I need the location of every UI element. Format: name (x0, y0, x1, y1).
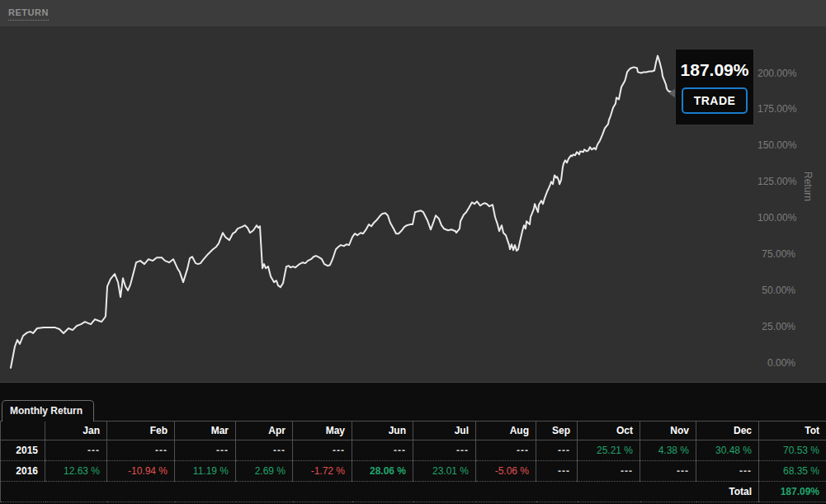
column-header-feb: Feb (107, 422, 175, 440)
return-cell: -10.94 % (107, 461, 175, 482)
return-cell: --- (696, 461, 759, 482)
return-cell: 12.63 % (45, 461, 107, 482)
return-cell: -1.72 % (293, 461, 352, 482)
trading-backtest-window: RETURN 200.00%175.00%150.00%125.00%100.0… (0, 0, 826, 504)
return-section-toggle[interactable]: RETURN (8, 7, 49, 21)
y-axis-tick-label: 100.00% (758, 212, 795, 224)
chart-tooltip: 187.09% TRADE (675, 49, 754, 125)
year-cell: 2016 (1, 461, 45, 482)
return-cell: --- (476, 440, 536, 461)
return-cell: --- (293, 440, 352, 461)
return-cell: 68.35 % (759, 461, 826, 482)
column-header-sep: Sep (536, 422, 578, 440)
total-label-cell: Total (1, 482, 759, 502)
column-header-year (1, 422, 45, 440)
y-axis-title: Return (802, 172, 814, 229)
return-cell: -5.06 % (476, 461, 536, 482)
return-cell: --- (536, 461, 578, 482)
return-cell: --- (236, 440, 293, 461)
y-axis-tick-label: 75.00% (758, 248, 795, 260)
y-axis-tick-label: 0.00% (758, 357, 795, 369)
column-header-mar: Mar (175, 422, 236, 440)
column-header-jan: Jan (45, 422, 107, 440)
return-cell: --- (640, 461, 696, 482)
column-header-aug: Aug (476, 422, 536, 440)
return-cell: --- (352, 440, 413, 461)
return-cell: 25.21 % (578, 440, 640, 461)
return-cell: 30.48 % (696, 440, 759, 461)
monthly-return-table: JanFebMarAprMayJunJulAugSepOctNovDecTot … (0, 421, 826, 502)
return-line-series (11, 56, 671, 368)
return-cell: --- (536, 440, 578, 461)
column-header-tot: Tot (759, 422, 826, 440)
total-row: Total187.09% (1, 482, 826, 502)
y-axis-tick-label: 175.00% (758, 103, 795, 115)
monthly-return-row: 201612.63 %-10.94 %11.19 %2.69 %-1.72 %2… (1, 461, 826, 482)
tab-monthly-return[interactable]: Monthly Return (2, 400, 94, 422)
column-header-nov: Nov (640, 422, 696, 440)
monthly-return-row: 2015---------------------------25.21 %4.… (1, 440, 826, 461)
tooltip-return-value: 187.09% (676, 60, 753, 80)
return-cell: --- (578, 461, 640, 482)
return-cell: 28.06 % (352, 461, 413, 482)
column-header-apr: Apr (236, 422, 293, 440)
column-header-may: May (293, 422, 352, 440)
total-value-cell: 187.09% (759, 482, 826, 502)
return-cell: 70.53 % (759, 440, 826, 461)
y-axis-tick-label: 200.00% (758, 68, 795, 79)
y-axis-tick-label: 50.00% (758, 285, 795, 296)
column-header-jul: Jul (413, 422, 476, 440)
y-axis-tick-label: 150.00% (758, 139, 795, 151)
column-header-oct: Oct (578, 422, 640, 440)
year-cell: 2015 (1, 440, 45, 461)
y-axis-tick-label: 25.00% (758, 321, 795, 332)
column-header-dec: Dec (696, 422, 759, 440)
column-header-jun: Jun (352, 422, 413, 440)
return-cell: 4.38 % (640, 440, 696, 461)
y-axis-tick-label: 125.00% (758, 176, 795, 187)
return-cell: 11.19 % (175, 461, 236, 482)
section-header-bar: RETURN (0, 0, 826, 26)
return-cell: --- (175, 440, 236, 461)
return-cell: 23.01 % (413, 461, 476, 482)
return-cell: 2.69 % (236, 461, 293, 482)
table-header-row: JanFebMarAprMayJunJulAugSepOctNovDecTot (1, 422, 826, 440)
return-cell: --- (45, 440, 107, 461)
return-cell: --- (107, 440, 175, 461)
trade-button[interactable]: TRADE (682, 87, 748, 114)
return-chart-panel: 200.00%175.00%150.00%125.00%100.00%75.00… (0, 26, 826, 383)
return-cell: --- (413, 440, 476, 461)
